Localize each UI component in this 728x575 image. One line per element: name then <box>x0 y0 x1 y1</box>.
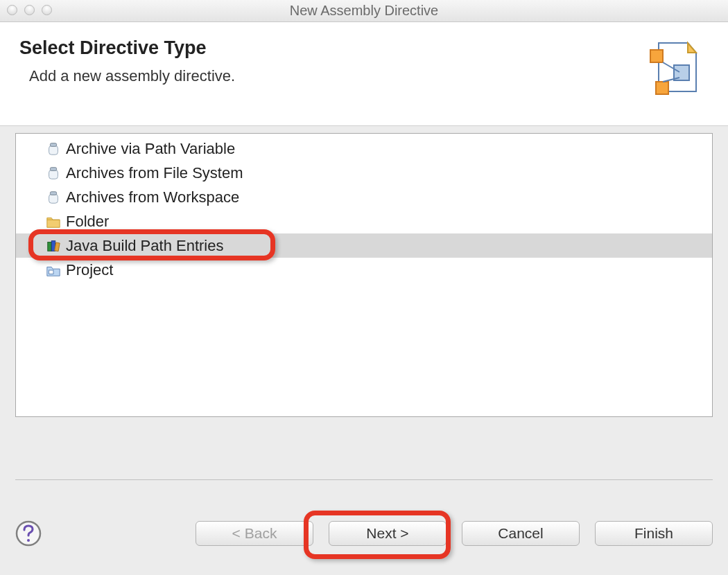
folder-icon <box>45 213 62 230</box>
wizard-banner-icon <box>646 37 702 100</box>
list-item-label: Project <box>66 261 113 279</box>
list-item-label: Folder <box>66 213 109 231</box>
list-item-label: Archives from Workspace <box>66 188 239 206</box>
content-region: Archive via Path Variable Archives from … <box>0 126 728 500</box>
svg-rect-14 <box>49 270 53 274</box>
list-item[interactable]: Archives from Workspace <box>16 185 712 209</box>
footer-separator <box>15 479 713 480</box>
list-item[interactable]: Java Build Path Entries <box>16 233 712 258</box>
list-item-label: Archives from File System <box>66 164 243 182</box>
directive-type-list[interactable]: Archive via Path Variable Archives from … <box>15 133 713 417</box>
project-icon <box>45 262 62 278</box>
cancel-button[interactable]: Cancel <box>462 521 580 546</box>
list-item[interactable]: Archive via Path Variable <box>16 136 712 161</box>
list-item[interactable]: Archives from File System <box>16 161 712 185</box>
svg-rect-9 <box>49 194 58 203</box>
finish-button[interactable]: Finish <box>595 521 713 546</box>
button-bar: < Back Next > Cancel Finish <box>0 500 728 567</box>
help-icon[interactable] <box>15 520 42 547</box>
svg-rect-8 <box>50 167 56 170</box>
list-item[interactable]: Project <box>16 258 712 282</box>
page-title: Select Directive Type <box>19 37 235 59</box>
window-controls <box>7 5 52 15</box>
books-icon <box>45 238 62 254</box>
svg-rect-6 <box>50 143 56 146</box>
wizard-header: Select Directive Type Add a new assembly… <box>0 22 728 126</box>
list-item-label: Archive via Path Variable <box>66 140 235 158</box>
svg-rect-2 <box>656 82 668 94</box>
svg-rect-11 <box>48 242 52 251</box>
back-button[interactable]: < Back <box>196 521 313 546</box>
zoom-window-icon[interactable] <box>42 5 52 15</box>
svg-rect-5 <box>49 145 58 154</box>
svg-rect-10 <box>50 191 56 195</box>
svg-rect-7 <box>49 170 58 179</box>
jar-icon <box>45 165 62 182</box>
page-subtitle: Add a new assembly directive. <box>29 67 235 85</box>
close-window-icon[interactable] <box>7 5 17 15</box>
list-item[interactable]: Folder <box>16 209 712 233</box>
list-item-label: Java Build Path Entries <box>66 237 223 255</box>
svg-point-16 <box>27 539 30 542</box>
svg-rect-0 <box>650 50 663 62</box>
jar-icon <box>45 141 62 157</box>
window-title: New Assembly Directive <box>290 3 439 19</box>
jar-icon <box>45 189 62 206</box>
minimize-window-icon[interactable] <box>24 5 35 15</box>
next-button[interactable]: Next > <box>329 521 447 546</box>
title-bar: New Assembly Directive <box>0 0 728 22</box>
